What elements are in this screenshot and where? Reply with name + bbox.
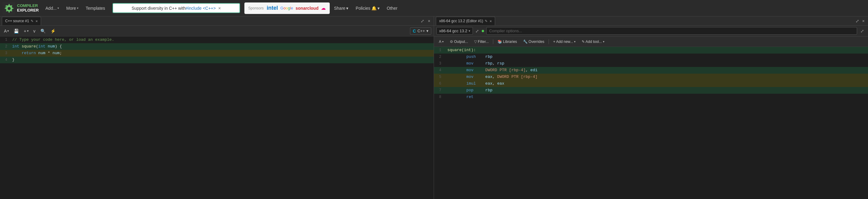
svg-point-1 [8, 7, 11, 10]
add-new-chevron-icon: ▾ [574, 40, 576, 43]
editor-toolbar: A ▾ 💾 + ▾ v 🔍 ⚡ C C++ ▾ [0, 26, 434, 36]
asm-line-5: 5 mov eax, DWORD PTR [rbp-4] [434, 74, 868, 80]
asm-line-1: 1 square(int): [434, 47, 868, 54]
code-line-2: 2 int square(int num) { [0, 43, 434, 50]
share-button[interactable]: Share ▾ [331, 4, 351, 12]
filter-icon: ▽ [474, 39, 477, 44]
vim-button[interactable]: v [32, 28, 37, 34]
asm-separator-1 [493, 39, 493, 44]
right-panel-close[interactable]: × [861, 18, 866, 24]
source-tab-close-icon[interactable]: × [36, 19, 38, 23]
other-button[interactable]: Other [384, 4, 401, 12]
cpp-logo: C [413, 29, 416, 33]
more-chevron-icon: ▾ [77, 6, 79, 10]
sponsors-area: Sponsors intel Google sonarcloud ☁ [244, 2, 330, 14]
add-new-button[interactable]: + Add new... ▾ [551, 39, 578, 45]
compiler-tab[interactable]: x86-64 gcc 13.2 (Editor #1) ✎ × [436, 17, 495, 25]
left-tab-bar: C++ source #1 ✎ × ⤢ × [0, 17, 434, 26]
panels: C++ source #1 ✎ × ⤢ × A ▾ 💾 + ▾ v [0, 17, 868, 199]
search-icon: 🔍 [40, 29, 45, 33]
compiler-tab-edit-icon[interactable]: ✎ [485, 19, 488, 23]
font-size-asm-button[interactable]: A ▾ [436, 39, 446, 45]
source-tab-edit-icon[interactable]: ✎ [31, 19, 33, 23]
add-chevron-icon: ▾ [27, 29, 29, 33]
right-options-expand[interactable]: ⤢ [859, 28, 866, 34]
lang-label: C++ [417, 29, 425, 33]
jump-icon: ⚡ [51, 29, 56, 33]
compiler-toolbar: x86-64 gcc 13.2 ▾ ⤢ ● ⤢ [434, 26, 868, 36]
output-button[interactable]: ⚙ Output... [447, 39, 470, 45]
asm-line-8: 8 ret [434, 94, 868, 101]
banner: Support diversity in C++ with #include <… [113, 3, 240, 13]
book-icon: 📚 [498, 39, 502, 44]
templates-button[interactable]: Templates [83, 4, 108, 12]
add-button[interactable]: Add... ▾ [42, 4, 62, 12]
svg-rect-3 [5, 7, 7, 8]
banner-close-icon[interactable]: × [218, 5, 221, 11]
open-compiler-icon[interactable]: ⤢ [475, 28, 479, 34]
intel-sponsor: intel [267, 5, 278, 11]
left-panel: C++ source #1 ✎ × ⤢ × A ▾ 💾 + ▾ v [0, 17, 434, 199]
add-tool-button[interactable]: ✎ Add tool... ▾ [579, 39, 607, 45]
asm-line-4: 4 mov DWORD PTR [rbp-4], edi [434, 67, 868, 74]
logo-icon [2, 2, 15, 15]
right-tab-bar: x86-64 gcc 13.2 (Editor #1) ✎ × ⤢ × [434, 17, 868, 26]
compiler-tab-close-icon[interactable]: × [490, 19, 492, 23]
compiler-name: x86-64 gcc 13.2 [439, 29, 467, 33]
asm-separator-2 [549, 39, 549, 44]
search-editor-button[interactable]: 🔍 [39, 28, 47, 34]
source-tab-label: C++ source #1 [5, 19, 29, 23]
language-selector[interactable]: C C++ ▾ [410, 27, 431, 35]
left-panel-close[interactable]: × [426, 18, 432, 24]
google-sponsor: Google [281, 6, 293, 10]
compiler-tab-label: x86-64 gcc 13.2 (Editor #1) [439, 19, 483, 23]
asm-line-6: 6 imul eax, eax [434, 80, 868, 87]
svg-rect-4 [5, 8, 6, 9]
logo-area: COMPILER EXPLORER [2, 2, 39, 15]
right-panel-maximize[interactable]: ⤢ [854, 18, 861, 24]
asm-view[interactable]: 1 square(int): 2 push rbp 3 mov rbp, rsp… [434, 47, 868, 199]
overrides-button[interactable]: 🔧 Overrides [521, 39, 547, 45]
asm-line-7: 7 pop rbp [434, 87, 868, 94]
left-panel-maximize[interactable]: ⤢ [419, 18, 426, 24]
asm-toolbar: A ▾ ⚙ Output... ▽ Filter... 📚 Libraries … [434, 36, 868, 47]
compiler-selector[interactable]: x86-64 gcc 13.2 ▾ [436, 27, 473, 35]
sonar-sponsor: sonarcloud [296, 6, 318, 11]
svg-rect-2 [5, 6, 6, 6]
code-line-4: 4 } [0, 57, 434, 63]
lang-chevron-icon: ▾ [426, 29, 429, 33]
compiler-arrow-icon: ▾ [469, 29, 470, 33]
filter-button[interactable]: ▽ Filter... [472, 39, 491, 45]
right-panel: x86-64 gcc 13.2 (Editor #1) ✎ × ⤢ × x86-… [434, 17, 868, 199]
wrench-icon: 🔧 [523, 39, 528, 44]
cloud-icon: ☁ [321, 5, 326, 11]
navbar: COMPILER EXPLORER Add... ▾ More ▾ Templa… [0, 0, 868, 17]
save-button[interactable]: 💾 [12, 28, 20, 34]
compiler-options-input[interactable] [486, 27, 857, 35]
font-asm-chevron-icon: ▾ [442, 40, 444, 43]
logo-text: COMPILER EXPLORER [17, 4, 39, 12]
code-line-1: 1 // Type your code here, or load an exa… [0, 36, 434, 43]
asm-line-3: 3 mov rbp, rsp [434, 60, 868, 67]
add-tool-chevron-icon: ▾ [603, 40, 604, 43]
libraries-button[interactable]: 📚 Libraries [495, 39, 519, 45]
jump-button[interactable]: ⚡ [49, 28, 57, 34]
bell-icon: 🔔 [371, 6, 377, 11]
code-editor[interactable]: 1 // Type your code here, or load an exa… [0, 36, 434, 199]
policies-chevron-icon: ▾ [377, 6, 380, 11]
vim-icon: v [33, 29, 36, 33]
status-ok-icon: ● [482, 28, 485, 34]
share-chevron-icon: ▾ [346, 6, 348, 11]
policies-button[interactable]: Policies 🔔 ▾ [352, 4, 382, 12]
code-line-3: 3 return num * num; [0, 50, 434, 57]
gear-icon: ⚙ [450, 39, 453, 44]
add-file-button[interactable]: + ▾ [22, 28, 30, 34]
font-size-button[interactable]: A ▾ [2, 28, 10, 34]
save-icon: 💾 [14, 29, 19, 33]
more-button[interactable]: More ▾ [63, 4, 82, 12]
banner-link[interactable]: #include <C++> [186, 6, 216, 11]
asm-line-2: 2 push rbp [434, 54, 868, 60]
source-tab[interactable]: C++ source #1 ✎ × [2, 17, 41, 25]
font-chevron-icon: ▾ [7, 29, 9, 33]
add-chevron-icon: ▾ [57, 6, 59, 10]
